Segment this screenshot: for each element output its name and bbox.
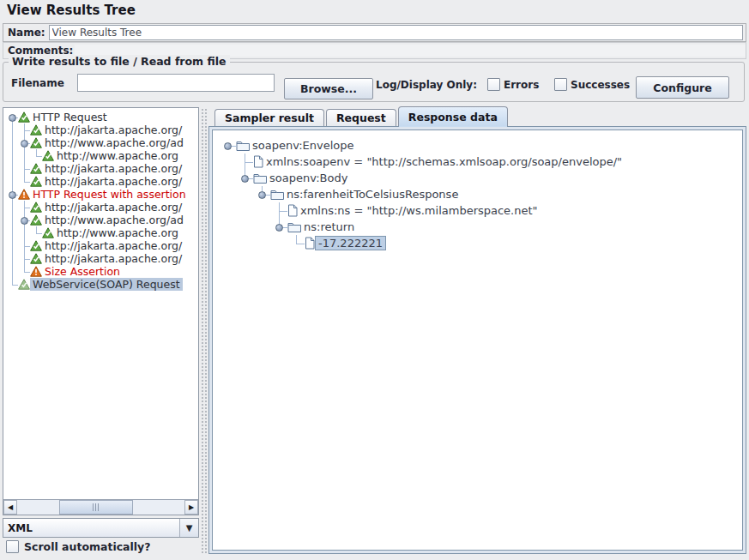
tree-expand-handle[interactable] [6, 111, 18, 123]
tree-indent-guide [6, 239, 18, 252]
tree-node[interactable]: xmlns:soapenv = "http://schemas.xmlsoap.… [219, 154, 742, 170]
success-icon [30, 163, 42, 174]
tab-request[interactable]: Request [326, 109, 396, 126]
tree-node[interactable]: http://jakarta.apache.org/ [6, 175, 198, 188]
scroll-right-arrow-icon[interactable]: ▶ [184, 500, 198, 515]
filename-input[interactable] [77, 74, 275, 92]
tree-node[interactable]: ns:return [219, 219, 742, 235]
splitpane-divider[interactable] [200, 107, 208, 554]
tree-expand-handle[interactable] [219, 137, 236, 154]
tree-expand-handle[interactable] [270, 219, 287, 235]
tree-node[interactable]: http://jakarta.apache.org/ [6, 252, 198, 265]
tree-node[interactable]: soapenv:Body [219, 170, 742, 186]
results-tree: HTTP Requesthttp://jakarta.apache.org/ht… [3, 108, 198, 499]
tree-horizontal-scrollbar[interactable]: ◀ ▶ [3, 499, 198, 515]
configure-button[interactable]: Configure [636, 76, 729, 99]
doc-icon [305, 237, 315, 250]
tree-connector [18, 162, 30, 175]
browse-button[interactable]: Browse... [284, 78, 373, 99]
tree-indent-guide [219, 186, 236, 202]
tree-indent-guide [6, 214, 18, 226]
scrollbar-thumb[interactable] [59, 500, 133, 515]
tree-node[interactable]: http://www.apache.org [6, 226, 198, 239]
tree-indent-guide [253, 235, 270, 251]
tree-node-label: http://www.apache.org/ad [42, 214, 186, 226]
tree-connector [287, 235, 305, 251]
tree-node[interactable]: -17.222221 [219, 235, 742, 251]
tree-indent-guide [219, 154, 236, 170]
doc-icon [287, 204, 298, 217]
folder-icon [253, 172, 267, 184]
success-icon [18, 111, 30, 123]
scroll-automatically-checkbox[interactable] [6, 540, 19, 553]
tree-connector [6, 278, 18, 291]
tree-indent-guide [253, 202, 270, 219]
tree-node[interactable]: http://www.apache.org/ad [6, 136, 198, 149]
tree-node[interactable]: WebService(SOAP) Request [6, 278, 198, 291]
success-icon [30, 240, 42, 251]
success-icon [30, 214, 42, 226]
tree-node[interactable]: http://jakarta.apache.org/ [6, 123, 198, 136]
tree-indent-guide [219, 219, 236, 235]
tree-node[interactable]: HTTP Request [6, 111, 198, 123]
tree-indent-guide [253, 219, 270, 235]
tree-node[interactable]: ns:farenheitToCelsiusResponse [219, 186, 742, 202]
tree-connector [30, 226, 42, 239]
folder-icon [236, 140, 250, 151]
errors-checkbox[interactable] [487, 78, 500, 91]
results-tabpane: Sampler resultRequestResponse data soape… [208, 107, 746, 554]
tree-node[interactable]: Size Assertion [6, 265, 198, 278]
name-input[interactable] [49, 25, 743, 40]
tab-content: soapenv:Envelopexmlns:soapenv = "http://… [208, 126, 746, 554]
tab-sampler-result[interactable]: Sampler result [214, 109, 324, 126]
tree-node-label: xmlns:ns = "http://ws.milamberspace.net" [298, 204, 541, 217]
tree-indent-guide [6, 136, 18, 149]
scroll-automatically-label: Scroll automatically? [24, 540, 151, 553]
tree-expand-handle[interactable] [18, 136, 30, 149]
combo-dropdown-arrow-icon[interactable]: ▼ [179, 519, 198, 537]
tree-node-label: http://jakarta.apache.org/ [42, 252, 184, 265]
tab-strip: Sampler resultRequestResponse data [208, 107, 746, 126]
scroll-automatically-row: Scroll automatically? [6, 540, 151, 553]
tree-node-label: soapenv:Body [267, 172, 350, 184]
tree-node-label: ns:return [301, 220, 357, 233]
tree-indent-guide [236, 219, 253, 235]
tree-expand-handle[interactable] [6, 188, 18, 201]
tree-node-label: HTTP Request with assertion [30, 188, 189, 201]
tree-indent-guide [6, 201, 18, 214]
tree-indent-guide [6, 252, 18, 265]
tree-indent-guide [219, 235, 236, 251]
tree-node-label: WebService(SOAP) Request [30, 278, 183, 291]
scrollbar-track[interactable] [17, 500, 184, 515]
tree-node[interactable]: xmlns:ns = "http://ws.milamberspace.net" [219, 202, 742, 219]
tree-indent-guide [236, 186, 253, 202]
tree-indent-guide [6, 162, 18, 175]
tree-node[interactable]: http://www.apache.org/ad [6, 214, 198, 226]
tree-connector [236, 154, 253, 170]
scroll-left-arrow-icon[interactable]: ◀ [3, 500, 17, 515]
successes-checkbox[interactable] [554, 78, 567, 91]
folder-icon [270, 189, 284, 200]
tree-indent-guide [219, 202, 236, 219]
tree-connector [18, 265, 30, 278]
tree-connector [18, 175, 30, 188]
tree-node[interactable]: HTTP Request with assertion [6, 188, 198, 201]
tree-expand-handle[interactable] [253, 186, 270, 202]
render-mode-select[interactable]: XML ▼ [3, 518, 199, 538]
tree-indent-guide [6, 149, 18, 162]
tree-expand-handle[interactable] [18, 214, 30, 226]
tree-expand-handle[interactable] [236, 170, 253, 186]
page-title: View Results Tree [7, 3, 136, 18]
tree-node[interactable]: http://www.apache.org [6, 149, 198, 162]
tab-response-data[interactable]: Response data [398, 106, 508, 126]
tree-indent-guide [6, 175, 18, 188]
tree-node[interactable]: http://jakarta.apache.org/ [6, 162, 198, 175]
log-display-only-label: Log/Display Only: [376, 79, 477, 91]
tree-node-label: soapenv:Envelope [250, 139, 357, 152]
name-label: Name: [8, 27, 45, 39]
tree-node[interactable]: http://jakarta.apache.org/ [6, 239, 198, 252]
tab-label: Response data [408, 111, 498, 123]
response-data-xml-tree: soapenv:Envelopexmlns:soapenv = "http://… [212, 129, 743, 551]
tree-node[interactable]: http://jakarta.apache.org/ [6, 201, 198, 214]
tree-node[interactable]: soapenv:Envelope [219, 137, 742, 154]
